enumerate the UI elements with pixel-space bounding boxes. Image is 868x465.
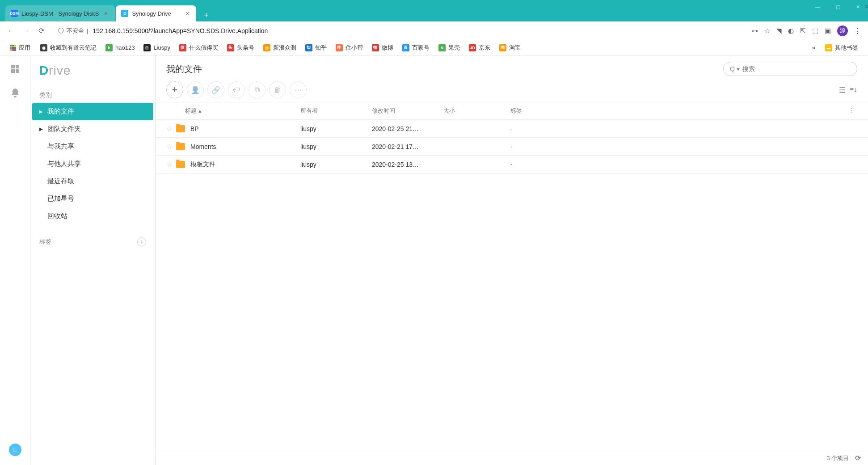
- bell-icon[interactable]: [10, 88, 21, 98]
- bookmarks-bar: 应用 ◉收藏到有道云笔记hhao123⊞Liuspy值什么值得买头头条号@新浪众…: [0, 40, 868, 55]
- tab-title: Liuspy-DSM - Synology DiskS: [21, 10, 99, 17]
- tag-button[interactable]: 🏷: [228, 81, 245, 98]
- bookmark-favicon-icon: ◉: [40, 44, 47, 51]
- tab-favicon-icon: D: [121, 10, 128, 17]
- sidebar-item[interactable]: ▶团队文件夹: [30, 120, 155, 138]
- link-button[interactable]: 🔗: [207, 81, 224, 98]
- extension2-icon[interactable]: ◐: [788, 27, 794, 35]
- search-input[interactable]: Q ▾: [723, 62, 857, 76]
- bookmark-item[interactable]: hhao123: [101, 44, 139, 52]
- star-icon[interactable]: ☆: [166, 142, 176, 151]
- sidebar-item[interactable]: 回收站: [30, 207, 155, 225]
- file-tag: -: [510, 161, 848, 168]
- file-owner: liuspy: [300, 125, 372, 132]
- security-indicator[interactable]: ⓘ 不安全 |: [58, 27, 88, 35]
- bookmark-item[interactable]: ⊞Liuspy: [139, 44, 175, 52]
- bookmark-item[interactable]: N果壳: [434, 44, 464, 52]
- sidebar-item[interactable]: 最近存取: [30, 173, 155, 190]
- bookmark-item[interactable]: JD京东: [464, 44, 495, 52]
- menu-icon[interactable]: ⋮: [854, 27, 861, 35]
- activity-bar: L: [0, 55, 30, 465]
- column-owner[interactable]: 所有者: [300, 107, 372, 115]
- bookmark-item[interactable]: 知知乎: [301, 44, 331, 52]
- file-modified: 2020-02-25 21…: [372, 125, 443, 132]
- sidebar-item[interactable]: ▶我的文件: [32, 103, 153, 120]
- file-row[interactable]: ☆BPliuspy2020-02-25 21…-: [156, 120, 868, 138]
- bookmark-item[interactable]: 头头条号: [223, 44, 259, 52]
- sort-button[interactable]: ≡↓: [850, 86, 857, 94]
- user-avatar[interactable]: L: [9, 444, 21, 456]
- extension5-icon[interactable]: ▣: [825, 27, 831, 35]
- search-field[interactable]: [742, 65, 851, 72]
- refresh-button[interactable]: ⟳: [855, 454, 861, 462]
- column-menu-icon[interactable]: ⋮: [848, 107, 857, 115]
- add-button[interactable]: +: [166, 81, 183, 98]
- sidebar-item[interactable]: 与他人共享: [30, 155, 155, 173]
- star-icon[interactable]: ☆: [166, 124, 176, 133]
- file-modified: 2020-02-25 13…: [372, 161, 443, 168]
- back-button[interactable]: ←: [4, 25, 17, 37]
- bookmark-label: 什么值得买: [189, 44, 218, 52]
- window-controls: — ▢ ✕: [808, 0, 868, 21]
- bookmarks-chevron-icon[interactable]: »: [812, 44, 815, 51]
- file-row[interactable]: ☆模板文件liuspy2020-02-25 13…-: [156, 156, 868, 173]
- profile-avatar[interactable]: 源: [837, 25, 848, 36]
- file-row[interactable]: ☆Momentsliuspy2020-02-21 17…-: [156, 138, 868, 156]
- sidebar-item[interactable]: 与我共享: [30, 138, 155, 155]
- column-tag[interactable]: 标签: [510, 107, 848, 115]
- list-view-button[interactable]: ☰: [839, 86, 845, 94]
- column-size[interactable]: 大小: [443, 107, 510, 115]
- star-icon[interactable]: ☆: [764, 27, 770, 35]
- more-button[interactable]: ⋯: [290, 81, 307, 98]
- extension1-icon[interactable]: ◥: [776, 27, 782, 35]
- column-title[interactable]: 标题 ▴: [166, 107, 300, 115]
- bookmark-label: 头条号: [237, 44, 254, 52]
- copy-button[interactable]: ⧉: [249, 81, 265, 98]
- forward-button[interactable]: →: [20, 25, 32, 37]
- search-icon: Q ▾: [730, 65, 740, 72]
- sidebar-item[interactable]: 已加星号: [30, 190, 155, 207]
- bookmark-item[interactable]: 微微博: [367, 44, 398, 52]
- apps-grid-icon: [10, 45, 16, 51]
- url-field[interactable]: ⓘ 不安全 | 192.168.0.159:5000/?launchApp=SY…: [53, 24, 746, 38]
- folder-icon: [176, 143, 185, 150]
- file-owner: liuspy: [300, 161, 372, 168]
- apps-shortcut[interactable]: 应用: [5, 44, 35, 52]
- share-user-button[interactable]: 👤: [187, 81, 204, 98]
- dashboard-icon[interactable]: [10, 63, 21, 74]
- table-header: 标题 ▴ 所有者 修改时间 大小 标签 ⋮: [156, 102, 868, 120]
- close-icon[interactable]: ×: [184, 10, 191, 17]
- svg-rect-3: [16, 69, 19, 73]
- bookmark-item[interactable]: @新浪众测: [259, 44, 301, 52]
- key-icon[interactable]: ⊶: [751, 27, 758, 35]
- bookmark-item[interactable]: ◉收藏到有道云笔记: [36, 44, 101, 52]
- reload-button[interactable]: ⟳: [35, 25, 47, 37]
- bookmark-label: 微博: [382, 44, 393, 52]
- maximize-button[interactable]: ▢: [828, 0, 848, 13]
- column-modified[interactable]: 修改时间: [372, 107, 443, 115]
- delete-button[interactable]: 🗑: [269, 81, 286, 98]
- bookmark-item[interactable]: 住住小帮: [331, 44, 367, 52]
- extension3-icon[interactable]: ⇱: [800, 27, 806, 35]
- close-icon[interactable]: ×: [102, 10, 110, 17]
- browser-tab-inactive[interactable]: DSM Liuspy-DSM - Synology DiskS ×: [5, 5, 115, 21]
- tab-title: Synology Drive: [132, 10, 180, 17]
- sidebar: Drive 类别 ▶我的文件▶团队文件夹与我共享与他人共享最近存取已加星号回收站…: [30, 55, 156, 465]
- bookmark-favicon-icon: N: [438, 44, 446, 51]
- bookmark-favicon-icon: 值: [179, 44, 186, 51]
- add-label-button[interactable]: +: [137, 237, 146, 246]
- bookmark-item[interactable]: 淘淘宝: [495, 44, 525, 52]
- bookmark-item[interactable]: 百百家号: [398, 44, 434, 52]
- bookmarks-overflow: » ▬ 其他书签: [812, 44, 863, 52]
- extension4-icon[interactable]: ⬚: [812, 27, 818, 35]
- star-icon[interactable]: ☆: [166, 160, 176, 169]
- toolbar: + 👤 🔗 🏷 ⧉ 🗑 ⋯ ☰ ≡↓: [156, 78, 868, 102]
- new-tab-button[interactable]: +: [200, 9, 212, 21]
- tab-favicon-icon: DSM: [11, 10, 18, 17]
- bookmark-item[interactable]: 值什么值得买: [175, 44, 223, 52]
- other-bookmarks-button[interactable]: ▬ 其他书签: [821, 44, 863, 52]
- browser-tab-active[interactable]: D Synology Drive ×: [116, 5, 196, 21]
- bookmark-label: 新浪众测: [273, 44, 296, 52]
- main-panel: 我的文件 Q ▾ + 👤 🔗 🏷 ⧉ 🗑 ⋯ ☰ ≡↓ 标题 ▴ 所有者 修改时…: [156, 55, 868, 465]
- minimize-button[interactable]: —: [808, 0, 828, 13]
